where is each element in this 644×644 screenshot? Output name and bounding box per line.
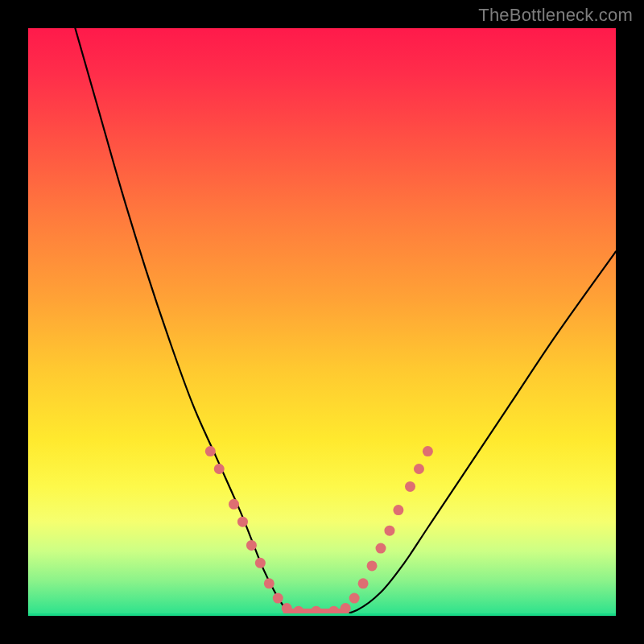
marker-dot	[376, 543, 386, 554]
marker-dots	[205, 446, 433, 616]
plot-area	[28, 28, 616, 616]
marker-dot	[282, 603, 292, 613]
baseline	[28, 613, 616, 616]
marker-dot	[214, 464, 225, 474]
chart-stage: TheBottleneck.com	[0, 0, 644, 644]
marker-dot	[384, 526, 394, 536]
chart-overlay	[28, 28, 616, 616]
marker-dot	[273, 593, 283, 604]
marker-dot	[358, 578, 369, 588]
marker-dot	[423, 446, 433, 456]
marker-dot	[393, 505, 403, 515]
marker-dot	[237, 517, 248, 527]
bottleneck-curve	[75, 28, 616, 616]
marker-dot	[246, 540, 257, 551]
marker-dot	[205, 446, 216, 456]
marker-dot	[414, 464, 424, 474]
marker-dot	[255, 558, 266, 568]
marker-dot	[405, 481, 415, 492]
marker-dot	[264, 578, 275, 588]
marker-dot	[349, 593, 360, 604]
marker-dot	[367, 560, 378, 571]
watermark-text: TheBottleneck.com	[478, 5, 633, 26]
marker-dot	[341, 603, 351, 613]
marker-dot	[229, 499, 239, 510]
